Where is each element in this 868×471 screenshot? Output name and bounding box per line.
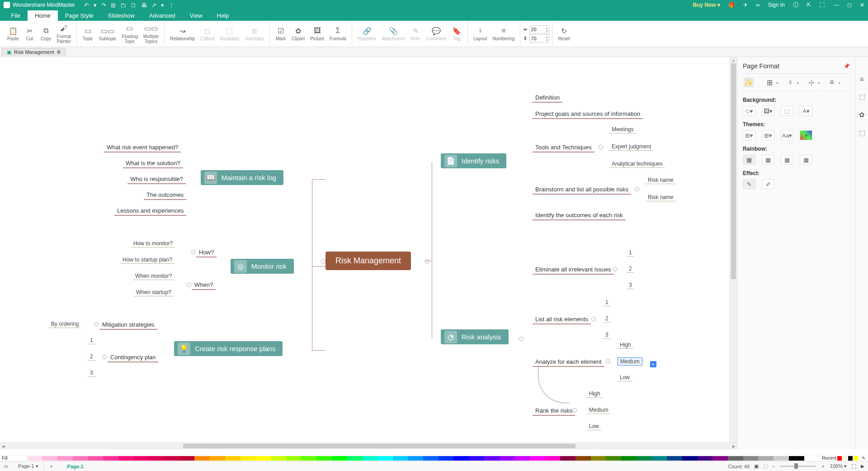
color-swatch[interactable] [362,456,377,461]
leaf-node[interactable]: High [618,341,633,349]
structure-tab-icon[interactable]: ♀▾ [785,77,795,87]
sub-node[interactable]: Definition [533,93,562,103]
expand-toggle[interactable]: - [599,145,603,149]
tag-button[interactable]: 🔖Tag [448,22,465,46]
rainbow-style-4[interactable]: ▦ [800,155,812,165]
color-swatch[interactable] [393,456,408,461]
recent-swatch[interactable] [848,456,853,461]
document-tab[interactable]: ▣ Risk Management [2,48,66,56]
color-swatch[interactable] [804,456,820,461]
note-button[interactable]: ✎Note [407,22,424,46]
color-swatch[interactable] [194,456,210,461]
mindmap-canvas[interactable]: Risk Management - - 📖 Maintain a risk lo… [0,57,730,449]
leaf-node[interactable]: 2 [88,353,95,361]
sub-node[interactable]: What risk event happened? [104,143,181,152]
leaf-node[interactable]: Medium [587,406,611,414]
leaf-node[interactable]: 3 [88,369,95,377]
pin-icon[interactable]: ⇱ [807,2,811,8]
expand-toggle[interactable]: - [613,267,618,271]
leaf-node[interactable]: High [587,390,603,398]
hyperlink-button[interactable]: 🔗Hyperlink [355,22,379,46]
leaf-node[interactable]: 3 [603,331,611,339]
leaf-node[interactable]: By ordering [49,320,81,328]
color-swatch[interactable] [255,456,271,461]
leaf-node[interactable]: 1 [627,249,634,257]
vtab-more-icon[interactable]: ⬚ [859,129,865,137]
color-swatch[interactable] [698,456,713,461]
color-swatch[interactable] [484,456,500,461]
leaf-node[interactable]: Risk name [646,194,676,201]
color-swatch[interactable] [667,456,682,461]
sub-node[interactable]: Analyze for each element [533,357,604,367]
color-swatch[interactable] [316,456,332,461]
color-swatch[interactable] [500,456,515,461]
color-swatch[interactable] [591,456,606,461]
export-icon[interactable]: ↗ [151,2,156,9]
recent-swatch[interactable] [843,456,847,461]
theme-style-button[interactable]: ⊞ ▾ [762,130,774,140]
color-swatch[interactable] [301,456,316,461]
leaf-node[interactable]: Expert judgment [609,143,653,151]
leaf-node[interactable]: 1 [88,337,95,344]
sub-node[interactable]: When? [192,281,216,290]
sub-node[interactable]: List all risk elements [533,315,591,324]
rainbow-style-2[interactable]: ▦ [762,155,774,165]
callout-button[interactable]: ◻Callout [198,22,217,46]
bg-image-button[interactable]: 🖼 ▾ [762,106,774,116]
add-page-button[interactable]: ＋ [49,463,54,470]
expand-toggle[interactable]: - [102,355,107,359]
connector-tab-icon[interactable]: ⊹▾ [806,77,816,87]
leaf-node[interactable]: 2 [627,265,634,273]
bg-remove-button[interactable]: ⬚ [781,106,793,116]
fit-width-icon[interactable]: ⬚ [763,463,768,469]
save-icon[interactable]: 🗋 [131,2,137,9]
color-swatch[interactable] [42,456,57,461]
sub-node[interactable]: How? [196,248,217,257]
tab-view[interactable]: View [183,10,210,21]
scroll-thumb[interactable] [183,444,576,448]
horizontal-scrollbar[interactable]: ◂ ▸ [0,442,737,449]
branch-identify-risks[interactable]: 📄 Identify risks [441,153,506,168]
color-swatch[interactable] [743,456,759,461]
color-swatch[interactable] [241,456,256,461]
bg-fill-button[interactable]: ◇ ▾ [743,106,755,116]
expand-toggle[interactable]: - [572,408,577,413]
leaf-node[interactable]: How to monitor? [131,240,175,247]
tab-file[interactable]: File [4,10,28,21]
color-swatch[interactable] [682,456,698,461]
zoom-out-button[interactable]: − [772,464,775,469]
clipart-button[interactable]: ✿Clipart [289,22,307,46]
vspacing-input[interactable]: 70▴▾ [529,34,549,43]
layout-tab-icon[interactable]: ⊞▾ [764,77,774,87]
presentation-icon[interactable]: ▶ [861,463,864,469]
eyedropper-icon[interactable]: ✎ [862,456,865,461]
format-painter-button[interactable]: 🖌Format Painter [54,22,74,46]
scroll-thumb[interactable] [731,63,736,279]
minimize-icon[interactable]: — [834,2,839,8]
recent-swatch[interactable] [854,456,858,461]
color-swatch[interactable] [789,456,804,461]
color-swatch[interactable] [103,456,118,461]
hspacing-input[interactable]: 20▴▾ [529,25,549,33]
branch-create-risk-response[interactable]: 💡 Create risk response plans [174,341,283,356]
maximize-icon[interactable]: ◻ [847,2,852,8]
leaf-node[interactable]: Analytical techniques [609,160,665,168]
scroll-left-icon[interactable]: ◂ [0,443,6,449]
tab-page-style[interactable]: Page Style [58,10,101,21]
leaf-node[interactable]: 1 [603,299,611,306]
fullscreen-toggle-icon[interactable]: ⛶ [851,464,856,469]
send-icon[interactable]: ✈ [743,2,748,8]
gift-icon[interactable]: 🎁 [728,2,735,8]
fullscreen-icon[interactable]: ⛶ [819,2,825,8]
color-swatch[interactable] [347,456,362,461]
branch-monitor-risk[interactable]: ◎ Monitor risk [231,259,294,274]
color-swatch[interactable] [530,456,545,461]
color-swatch[interactable] [164,456,179,461]
signin-link[interactable]: Sign In [768,2,785,8]
vtab-outline-icon[interactable]: ≡ [860,75,864,83]
expand-toggle[interactable]: - [519,337,524,341]
subtopic-button[interactable]: ▭▭Subtopic [96,22,119,46]
color-swatch[interactable] [560,456,576,461]
color-swatch[interactable] [408,456,423,461]
multiple-topics-button[interactable]: ▭▭Multiple Topics [141,22,161,46]
